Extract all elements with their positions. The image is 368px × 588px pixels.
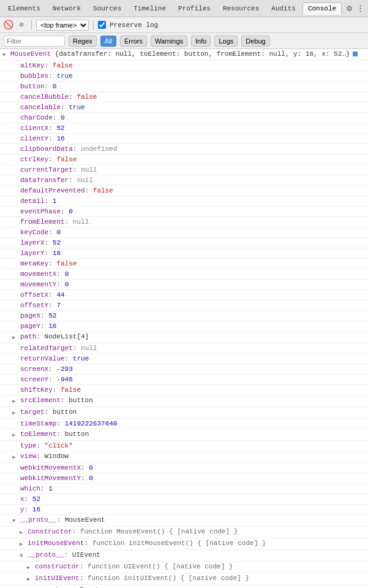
tab-console[interactable]: Console [302, 2, 342, 15]
prop-key: pageY [20, 323, 40, 330]
prop-key: initMouseEvent [28, 540, 84, 547]
filter-icon[interactable]: ⊘ [16, 20, 27, 31]
line-content: ctrlKey: false [20, 155, 366, 164]
expand-arrow[interactable]: ▶ [12, 395, 20, 407]
prop-val: 52 [32, 495, 40, 503]
expand-arrow[interactable]: ▶ [20, 527, 27, 538]
prop-val: function MouseEvent() { [native code] } [80, 528, 238, 535]
preserve-log-checkbox[interactable] [98, 21, 106, 29]
console-line: ctrlKey: false [0, 155, 368, 165]
expand-arrow [12, 269, 20, 270]
line-content: clientX: 52 [20, 123, 366, 133]
clear-console-button[interactable]: 🚫 [2, 20, 13, 31]
prop-val: true [56, 72, 72, 80]
prop-val: null [73, 218, 89, 226]
console-line: relatedTarget: null [0, 343, 368, 354]
prop-key: path [20, 333, 36, 340]
expand-arrow [12, 505, 20, 506]
line-content: keyCode: 0 [20, 227, 366, 237]
expand-arrow[interactable]: ▶ [12, 451, 20, 462]
expand-arrow [12, 82, 20, 83]
prop-key: bubbles [20, 72, 48, 80]
preserve-log-label[interactable]: Preserve log [110, 21, 158, 29]
prop-val: true [73, 355, 89, 362]
console-line: y: 16 [0, 505, 368, 515]
prop-key: shiftKey [20, 386, 53, 394]
prop-val: function initMouseEvent() { [native code… [92, 540, 266, 547]
expand-arrow[interactable]: ▼ [12, 515, 20, 526]
expand-arrow [12, 364, 20, 365]
prop-key: initUIEvent [35, 575, 80, 582]
console-line: returnValue: true [0, 354, 368, 364]
expand-arrow [12, 290, 20, 291]
warnings-filter-button[interactable]: Warnings [151, 36, 187, 47]
prop-key: clipboardData [20, 145, 73, 153]
console-line: ▼__proto__: MouseEvent [0, 515, 368, 527]
regex-button[interactable]: Regex [69, 36, 97, 47]
console-line: metaKey: false [0, 259, 368, 269]
info-filter-button[interactable]: Info [191, 36, 211, 47]
console-line: ▼__proto__: Event [0, 585, 368, 588]
expand-arrow[interactable]: ▶ [20, 538, 27, 549]
prop-val: button [53, 408, 77, 416]
more-tools-icon[interactable]: ⋮ [356, 3, 366, 14]
expand-arrow[interactable]: ▶ [27, 562, 34, 573]
tab-audits[interactable]: Audits [266, 2, 301, 15]
prop-val: 0 [89, 475, 93, 482]
line-content: toElement: button [20, 429, 366, 439]
prop-val: 16 [32, 506, 40, 513]
toolbar-separator [31, 20, 32, 30]
console-line: charCode: 0 [0, 113, 368, 123]
line-content: offsetX: 44 [20, 290, 366, 300]
expand-arrow[interactable]: ▶ [12, 332, 20, 343]
expand-arrow[interactable]: ▼ [27, 585, 34, 588]
all-filter-button[interactable]: All [100, 36, 116, 47]
console-line: ▶target: button [0, 407, 368, 419]
debug-filter-button[interactable]: Debug [241, 36, 269, 47]
prop-val: 16 [48, 323, 56, 330]
expand-arrow [12, 473, 20, 475]
line-content: layerX: 52 [20, 238, 366, 248]
prop-val: 16 [56, 135, 64, 142]
prop-val: undefined [81, 145, 117, 153]
console-line: defaultPrevented: false [0, 186, 368, 196]
console-toolbar: 🚫 ⊘ <top frame> Preserve log [0, 17, 368, 33]
console-line: dataTransfer: null [0, 175, 368, 186]
prop-key: relatedTarget [20, 345, 73, 352]
expand-arrow[interactable]: ▶ [27, 573, 34, 584]
line-content: screenY: -946 [20, 375, 366, 384]
prop-key: view [20, 452, 36, 460]
line-content: screenX: -293 [20, 364, 366, 374]
line-content: movementY: 0 [20, 280, 366, 289]
console-line: layerY: 16 [0, 248, 368, 259]
expand-arrow [12, 134, 20, 135]
expand-arrow[interactable]: ▼ [20, 550, 27, 561]
expand-arrow[interactable]: ▶ [12, 429, 20, 440]
filter-input[interactable] [4, 36, 65, 47]
settings-icon[interactable]: ⚙ [344, 3, 354, 14]
tab-sources[interactable]: Sources [88, 2, 127, 15]
tab-resources[interactable]: Resources [217, 2, 265, 15]
line-content: metaKey: false [20, 259, 366, 269]
tab-elements[interactable]: Elements [2, 2, 46, 15]
prop-val: NodeList[4] [45, 333, 89, 340]
prop-key: offsetY [20, 302, 48, 309]
frame-select[interactable]: <top frame> [36, 20, 89, 31]
prop-val: button [65, 430, 89, 438]
logs-filter-button[interactable]: Logs [214, 36, 238, 47]
errors-filter-button[interactable]: Errors [120, 36, 147, 47]
tab-network[interactable]: Network [47, 2, 86, 15]
tab-timeline[interactable]: Timeline [128, 2, 171, 15]
prop-key: altKey [20, 62, 45, 69]
expand-arrow[interactable]: ▶ [12, 407, 20, 418]
expand-arrow[interactable]: ▼ [2, 49, 10, 60]
console-line: eventPhase: 0 [0, 207, 368, 217]
console-line: layerX: 52 [0, 238, 368, 248]
prop-key: screenY [20, 376, 48, 383]
line-content: initMouseEvent: function initMouseEvent(… [28, 538, 366, 548]
expand-arrow [12, 175, 20, 177]
prop-val: 0 [56, 229, 61, 236]
toolbar-separator-2 [93, 20, 94, 30]
tab-profiles[interactable]: Profiles [173, 2, 216, 15]
line-content: cancelBubble: false [20, 92, 366, 102]
